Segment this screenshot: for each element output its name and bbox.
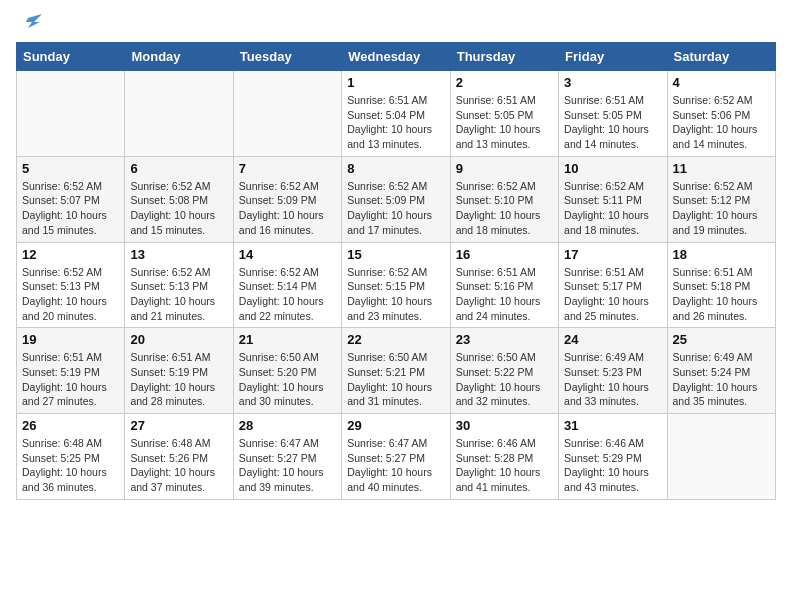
day-number: 31 — [564, 418, 661, 433]
svg-marker-0 — [26, 14, 42, 28]
day-number: 5 — [22, 161, 119, 176]
calendar-week-row: 19Sunrise: 6:51 AMSunset: 5:19 PMDayligh… — [17, 328, 776, 414]
calendar-week-row: 1Sunrise: 6:51 AMSunset: 5:04 PMDaylight… — [17, 71, 776, 157]
day-info: Sunrise: 6:49 AMSunset: 5:24 PMDaylight:… — [673, 350, 770, 409]
day-number: 10 — [564, 161, 661, 176]
calendar-cell: 23Sunrise: 6:50 AMSunset: 5:22 PMDayligh… — [450, 328, 558, 414]
calendar-cell — [233, 71, 341, 157]
day-number: 6 — [130, 161, 227, 176]
calendar-cell: 13Sunrise: 6:52 AMSunset: 5:13 PMDayligh… — [125, 242, 233, 328]
day-number: 11 — [673, 161, 770, 176]
day-number: 24 — [564, 332, 661, 347]
calendar-cell: 5Sunrise: 6:52 AMSunset: 5:07 PMDaylight… — [17, 156, 125, 242]
col-header-friday: Friday — [559, 43, 667, 71]
day-info: Sunrise: 6:50 AMSunset: 5:22 PMDaylight:… — [456, 350, 553, 409]
calendar-cell: 17Sunrise: 6:51 AMSunset: 5:17 PMDayligh… — [559, 242, 667, 328]
col-header-sunday: Sunday — [17, 43, 125, 71]
day-info: Sunrise: 6:52 AMSunset: 5:09 PMDaylight:… — [347, 179, 444, 238]
calendar-cell: 6Sunrise: 6:52 AMSunset: 5:08 PMDaylight… — [125, 156, 233, 242]
day-number: 2 — [456, 75, 553, 90]
day-info: Sunrise: 6:51 AMSunset: 5:05 PMDaylight:… — [564, 93, 661, 152]
day-number: 9 — [456, 161, 553, 176]
day-number: 29 — [347, 418, 444, 433]
day-info: Sunrise: 6:46 AMSunset: 5:28 PMDaylight:… — [456, 436, 553, 495]
day-info: Sunrise: 6:52 AMSunset: 5:13 PMDaylight:… — [130, 265, 227, 324]
calendar-cell — [125, 71, 233, 157]
day-number: 16 — [456, 247, 553, 262]
calendar-week-row: 5Sunrise: 6:52 AMSunset: 5:07 PMDaylight… — [17, 156, 776, 242]
day-info: Sunrise: 6:52 AMSunset: 5:06 PMDaylight:… — [673, 93, 770, 152]
calendar-cell: 20Sunrise: 6:51 AMSunset: 5:19 PMDayligh… — [125, 328, 233, 414]
day-info: Sunrise: 6:52 AMSunset: 5:10 PMDaylight:… — [456, 179, 553, 238]
day-info: Sunrise: 6:51 AMSunset: 5:16 PMDaylight:… — [456, 265, 553, 324]
day-info: Sunrise: 6:47 AMSunset: 5:27 PMDaylight:… — [239, 436, 336, 495]
day-number: 12 — [22, 247, 119, 262]
calendar-cell: 26Sunrise: 6:48 AMSunset: 5:25 PMDayligh… — [17, 414, 125, 500]
day-number: 7 — [239, 161, 336, 176]
day-info: Sunrise: 6:51 AMSunset: 5:19 PMDaylight:… — [22, 350, 119, 409]
calendar-cell: 9Sunrise: 6:52 AMSunset: 5:10 PMDaylight… — [450, 156, 558, 242]
col-header-monday: Monday — [125, 43, 233, 71]
day-number: 3 — [564, 75, 661, 90]
day-info: Sunrise: 6:52 AMSunset: 5:13 PMDaylight:… — [22, 265, 119, 324]
day-info: Sunrise: 6:47 AMSunset: 5:27 PMDaylight:… — [347, 436, 444, 495]
calendar-cell: 29Sunrise: 6:47 AMSunset: 5:27 PMDayligh… — [342, 414, 450, 500]
day-number: 22 — [347, 332, 444, 347]
day-info: Sunrise: 6:51 AMSunset: 5:18 PMDaylight:… — [673, 265, 770, 324]
day-number: 15 — [347, 247, 444, 262]
calendar-table: SundayMondayTuesdayWednesdayThursdayFrid… — [16, 42, 776, 500]
calendar-cell: 27Sunrise: 6:48 AMSunset: 5:26 PMDayligh… — [125, 414, 233, 500]
day-info: Sunrise: 6:51 AMSunset: 5:19 PMDaylight:… — [130, 350, 227, 409]
day-info: Sunrise: 6:52 AMSunset: 5:12 PMDaylight:… — [673, 179, 770, 238]
day-info: Sunrise: 6:50 AMSunset: 5:21 PMDaylight:… — [347, 350, 444, 409]
day-info: Sunrise: 6:52 AMSunset: 5:09 PMDaylight:… — [239, 179, 336, 238]
calendar-cell: 19Sunrise: 6:51 AMSunset: 5:19 PMDayligh… — [17, 328, 125, 414]
calendar-cell: 14Sunrise: 6:52 AMSunset: 5:14 PMDayligh… — [233, 242, 341, 328]
day-info: Sunrise: 6:52 AMSunset: 5:08 PMDaylight:… — [130, 179, 227, 238]
calendar-cell — [667, 414, 775, 500]
calendar-cell: 12Sunrise: 6:52 AMSunset: 5:13 PMDayligh… — [17, 242, 125, 328]
calendar-cell: 7Sunrise: 6:52 AMSunset: 5:09 PMDaylight… — [233, 156, 341, 242]
day-number: 21 — [239, 332, 336, 347]
calendar-cell: 24Sunrise: 6:49 AMSunset: 5:23 PMDayligh… — [559, 328, 667, 414]
day-number: 27 — [130, 418, 227, 433]
calendar-cell: 1Sunrise: 6:51 AMSunset: 5:04 PMDaylight… — [342, 71, 450, 157]
page-header — [16, 16, 776, 34]
calendar-cell: 22Sunrise: 6:50 AMSunset: 5:21 PMDayligh… — [342, 328, 450, 414]
col-header-tuesday: Tuesday — [233, 43, 341, 71]
day-info: Sunrise: 6:51 AMSunset: 5:17 PMDaylight:… — [564, 265, 661, 324]
col-header-saturday: Saturday — [667, 43, 775, 71]
calendar-cell: 11Sunrise: 6:52 AMSunset: 5:12 PMDayligh… — [667, 156, 775, 242]
day-number: 4 — [673, 75, 770, 90]
day-info: Sunrise: 6:46 AMSunset: 5:29 PMDaylight:… — [564, 436, 661, 495]
calendar-cell: 4Sunrise: 6:52 AMSunset: 5:06 PMDaylight… — [667, 71, 775, 157]
day-info: Sunrise: 6:52 AMSunset: 5:15 PMDaylight:… — [347, 265, 444, 324]
col-header-thursday: Thursday — [450, 43, 558, 71]
calendar-cell: 16Sunrise: 6:51 AMSunset: 5:16 PMDayligh… — [450, 242, 558, 328]
calendar-cell: 18Sunrise: 6:51 AMSunset: 5:18 PMDayligh… — [667, 242, 775, 328]
day-number: 19 — [22, 332, 119, 347]
calendar-cell: 30Sunrise: 6:46 AMSunset: 5:28 PMDayligh… — [450, 414, 558, 500]
calendar-week-row: 26Sunrise: 6:48 AMSunset: 5:25 PMDayligh… — [17, 414, 776, 500]
calendar-cell: 31Sunrise: 6:46 AMSunset: 5:29 PMDayligh… — [559, 414, 667, 500]
calendar-cell: 21Sunrise: 6:50 AMSunset: 5:20 PMDayligh… — [233, 328, 341, 414]
day-number: 8 — [347, 161, 444, 176]
day-number: 20 — [130, 332, 227, 347]
calendar-cell — [17, 71, 125, 157]
day-number: 23 — [456, 332, 553, 347]
calendar-cell: 10Sunrise: 6:52 AMSunset: 5:11 PMDayligh… — [559, 156, 667, 242]
day-number: 17 — [564, 247, 661, 262]
day-number: 14 — [239, 247, 336, 262]
day-number: 13 — [130, 247, 227, 262]
day-number: 25 — [673, 332, 770, 347]
day-info: Sunrise: 6:52 AMSunset: 5:07 PMDaylight:… — [22, 179, 119, 238]
day-number: 18 — [673, 247, 770, 262]
day-info: Sunrise: 6:48 AMSunset: 5:25 PMDaylight:… — [22, 436, 119, 495]
day-number: 30 — [456, 418, 553, 433]
day-number: 28 — [239, 418, 336, 433]
calendar-cell: 15Sunrise: 6:52 AMSunset: 5:15 PMDayligh… — [342, 242, 450, 328]
calendar-cell: 8Sunrise: 6:52 AMSunset: 5:09 PMDaylight… — [342, 156, 450, 242]
calendar-cell: 28Sunrise: 6:47 AMSunset: 5:27 PMDayligh… — [233, 414, 341, 500]
day-number: 1 — [347, 75, 444, 90]
day-info: Sunrise: 6:48 AMSunset: 5:26 PMDaylight:… — [130, 436, 227, 495]
